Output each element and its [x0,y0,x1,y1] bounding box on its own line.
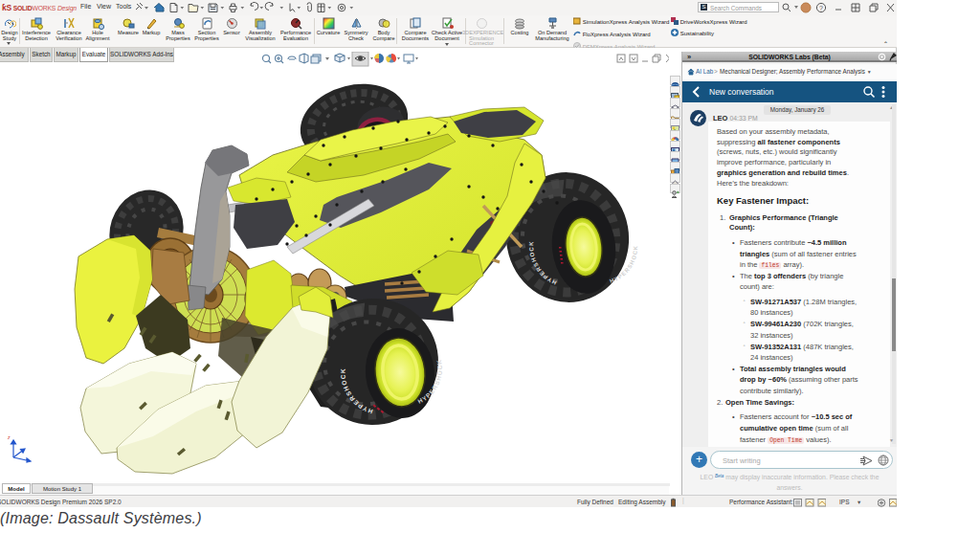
svg-text:?: ? [819,5,823,11]
svg-text:z: z [7,434,11,440]
